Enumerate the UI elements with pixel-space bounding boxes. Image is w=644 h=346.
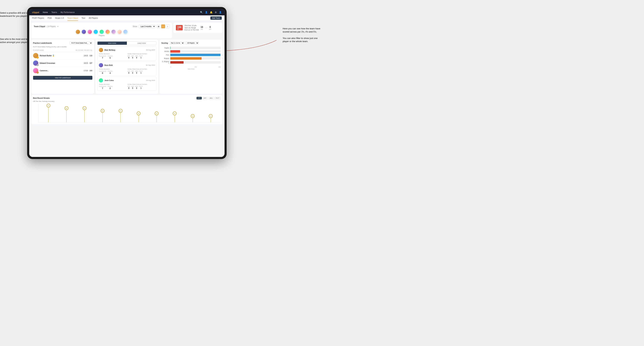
rank-badge-2: 2 [36, 64, 39, 66]
player-name-3: Cameron... [40, 70, 82, 72]
search-icon[interactable]: 🔍 [200, 11, 203, 14]
shot-details: Shot Dist: 16 yds Start Lie: Rough End L… [184, 24, 199, 31]
player-avatar-edward[interactable]: 2 [33, 60, 38, 66]
view-full-leaderboard-button[interactable]: View Full Leaderboard [33, 76, 92, 80]
practice-leaderboards-card: Practice Leaderboards PUTT Must Make Put… [31, 40, 94, 94]
subnav: PGAT Players PGA Hcaps 1-5 Team Clippd T… [29, 15, 224, 21]
bell-icon[interactable]: 🔔 [210, 11, 212, 14]
scoring-bar-chart: Eagles 3 Birdies 96 [161, 46, 221, 65]
nav-logo: clippd [32, 11, 39, 14]
edit-icon[interactable]: ✏ [57, 25, 58, 27]
grid-view-icon[interactable]: ⊞ [156, 24, 160, 28]
subnav-pga[interactable]: PGA [48, 15, 52, 21]
tablet-screen: clippd Home Teams My Performance 🔍 👤 🔔 ⚙… [29, 9, 224, 157]
least-active-tab[interactable]: Least Active [127, 42, 156, 45]
player-sm-avatar-josh[interactable] [99, 78, 103, 82]
navbar: clippd Home Teams My Performance 🔍 👤 🔔 ⚙… [29, 9, 224, 15]
nav-link-home[interactable]: Home [43, 11, 48, 13]
player-avatar-richard[interactable]: 1 [33, 53, 38, 58]
activities-label-3: Total Practice Activities [128, 84, 155, 85]
add-team-button[interactable]: Add Team [210, 16, 222, 20]
player-sm-avatar-rees[interactable] [99, 63, 103, 67]
drill-select[interactable]: PUTT Must Make Putt... [70, 41, 92, 44]
player-avatar-9[interactable] [123, 29, 128, 34]
player-avatar-1[interactable] [76, 29, 80, 34]
player-avatar-2[interactable] [82, 29, 86, 34]
bar-row-bogeys: Bogeys 311 [161, 57, 221, 60]
active-panel-card: Most Active Least Active Blair McHarg 26… [96, 40, 158, 94]
streak-dot-group-1: 7x [40, 104, 58, 122]
streaks-header: Best Round Streaks OTT APP ARG PUTT [33, 97, 221, 99]
player-card-header-1: Blair McHarg 26 Aug 2023 [99, 48, 155, 52]
leaderboard-header: Practice Leaderboards PUTT Must Make Put… [33, 41, 92, 44]
streaks-subtitle: Off The Tee, Fairway Accuracy [33, 100, 221, 102]
players-row [34, 29, 170, 34]
rounds-label-3: Total Rounds [99, 84, 126, 85]
streak-dot-group-3: 6x [76, 106, 94, 122]
rounds-label-2: Total Rounds [99, 68, 126, 70]
scoring-card: Scoring Par 3, 4 & 5s All Players Eagles [160, 40, 222, 94]
bar-row-pars: Pars 499 [161, 54, 221, 56]
player-avatar-8[interactable] [117, 29, 122, 34]
three-column-grid: Practice Leaderboards PUTT Must Make Put… [31, 40, 222, 94]
ott-button[interactable]: OTT [196, 97, 202, 99]
par-filter-select[interactable]: Par 3, 4 & 5s [169, 41, 184, 44]
subnav-tour[interactable]: Tour [82, 15, 85, 21]
shot-numbers: 16 yds — 0 yds [200, 26, 211, 30]
player-sm-avatar-blair[interactable] [99, 48, 103, 52]
app-button[interactable]: APP [202, 97, 208, 99]
player-avatar-cameron[interactable]: 3 [33, 68, 38, 73]
arg-button[interactable]: ARG [208, 97, 214, 99]
list-view-icon[interactable]: ≡ [161, 24, 165, 28]
player-avatar-3[interactable] [87, 29, 92, 34]
avatar-icon[interactable]: 👤 [219, 11, 222, 14]
subnav-all-players[interactable]: All Players [89, 15, 98, 21]
nav-link-teams[interactable]: Teams [52, 11, 57, 13]
player-card-date-1: 26 Aug 2023 [146, 49, 155, 51]
annotation-right-1: Here you can see how the team have score… [282, 27, 321, 43]
bar-row-dbogeys: D. Bogeys + 131 [161, 61, 221, 64]
streaks-title: Best Round Streaks [33, 97, 50, 99]
active-player-card-1: Blair McHarg 26 Aug 2023 Total Rounds To… [97, 46, 156, 60]
rank-badge-3: 3 [36, 71, 39, 74]
subnav-pgat[interactable]: PGAT Players [32, 15, 44, 21]
streak-dots-container: 7x 6x 6x 5x [38, 103, 221, 122]
nav-icons: 🔍 👤 🔔 ⚙ 👤 [200, 11, 222, 14]
table-row: 2 Edward Crossman 18/20 107 [33, 59, 92, 67]
player-avatar-7[interactable] [111, 29, 116, 34]
active-toggle-tabs: Most Active Least Active [97, 41, 156, 45]
player-avg-2: 107 [90, 62, 92, 64]
player-avatar-6[interactable] [105, 29, 110, 34]
scoring-header: Scoring Par 3, 4 & 5s All Players [161, 41, 221, 44]
show-label: Show: [133, 25, 138, 27]
streak-dot-group-2: 6x [58, 106, 76, 122]
x-axis: 0 200 400 [161, 66, 221, 68]
person-icon[interactable]: 👤 [205, 11, 208, 14]
most-active-tab[interactable]: Most Active [98, 42, 127, 45]
player-stats-3: Total Rounds Tournament 7 Practice 2 [99, 84, 155, 89]
x-axis-label: Total Shots [161, 68, 221, 70]
player-avg-3: 103 [90, 70, 92, 72]
sort-icon[interactable]: ↕ [166, 24, 170, 28]
player-filter-select[interactable]: All Players [185, 41, 199, 44]
team-name: Team Clippd [34, 25, 45, 27]
scoring-title: Scoring [161, 42, 168, 44]
nav-link-performance[interactable]: My Performance [60, 11, 75, 13]
player-avatar-4[interactable] [93, 29, 98, 34]
player-card-date-2: 02 Sep 2023 [146, 64, 155, 66]
shot-info-card: 198 SC Shot Dist: 16 yds Start Lie: Roug… [174, 23, 222, 33]
team-info-card: Team Clippd | 14 Players ✏ Show: Last 3 … [31, 23, 172, 38]
show-period-select[interactable]: Last 3 months [138, 25, 156, 28]
subnav-hcaps[interactable]: Hcaps 1-5 [55, 15, 64, 21]
player-card-name-1: Blair McHarg [104, 49, 145, 51]
settings-icon[interactable]: ⚙ [215, 11, 217, 14]
bar-row-birdies: Birdies 96 [161, 50, 221, 53]
active-player-card-2: Rees Britt 02 Sep 2023 Total Rounds Tour… [97, 61, 156, 76]
leaderboard-subtitle: PUTT Must Make Putting (3-6 ft), Last 3 … [33, 46, 92, 48]
player-score-3: 17/20 [84, 70, 88, 72]
subnav-team-clippd[interactable]: Team Clippd [68, 15, 78, 21]
player-avatar-5[interactable] [99, 29, 104, 34]
putt-button[interactable]: PUTT [214, 97, 221, 99]
player-name-1: Richard Butler 🥇 [40, 55, 82, 57]
player-card-name-2: Rees Britt [104, 64, 145, 66]
